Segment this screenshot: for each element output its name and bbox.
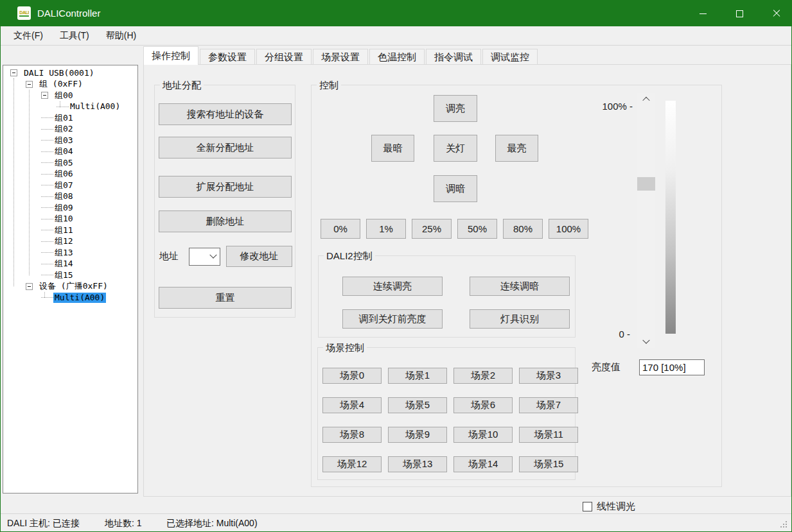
tree-item[interactable]: 组11 (3, 225, 137, 236)
tree-item[interactable]: 组08 (3, 191, 137, 203)
scroll-down-button[interactable] (637, 336, 655, 348)
tree-item[interactable]: 组12 (3, 236, 137, 248)
tree-item[interactable]: 组01 (3, 112, 137, 124)
scene-button-12[interactable]: 场景12 (322, 456, 382, 472)
brighten-button[interactable]: 调亮 (434, 95, 477, 122)
scene-button-grid: 场景0场景1场景2场景3场景4场景5场景6场景7场景8场景9场景10场景11场景… (322, 368, 578, 472)
modify-address-button[interactable]: 修改地址 (226, 246, 292, 267)
percent-button-1[interactable]: 1% (366, 219, 406, 239)
brightest-button[interactable]: 最亮 (495, 135, 538, 162)
tree-item[interactable]: 组05 (3, 157, 137, 169)
tree-item[interactable]: 组 (0xFF) (3, 79, 137, 90)
reset-button[interactable]: 重置 (159, 287, 292, 309)
address-group-title: 地址分配 (160, 80, 204, 90)
tree-item-label: 组10 (53, 214, 75, 224)
scene-button-5[interactable]: 场景5 (388, 397, 447, 413)
luminaire-identify-button[interactable]: 灯具识别 (470, 309, 570, 329)
tree-item[interactable]: 设备 (广播0xFF) (3, 281, 137, 293)
tree-item[interactable]: Multi(A00) (3, 292, 137, 304)
tree-item-label: 组06 (53, 169, 75, 179)
darkest-button[interactable]: 最暗 (371, 135, 414, 162)
tree-item[interactable]: 组13 (3, 247, 137, 259)
tree-connector (41, 151, 53, 152)
linear-dimming-checkbox[interactable] (583, 502, 592, 511)
search-addressed-devices-button[interactable]: 搜索有地址的设备 (159, 103, 292, 125)
tab-command-debug[interactable]: 指令调试 (426, 49, 481, 65)
scene-button-11[interactable]: 场景11 (519, 427, 578, 443)
tree-item[interactable]: DALI USB(0001) (3, 67, 137, 79)
scene-button-10[interactable]: 场景10 (453, 427, 513, 443)
status-item: 地址数: 1 (105, 514, 142, 532)
tree-item[interactable]: Multi(A00) (3, 101, 137, 113)
tree-item[interactable]: 组07 (3, 180, 137, 191)
scene-button-9[interactable]: 场景9 (388, 427, 447, 443)
tab-group-settings[interactable]: 分组设置 (256, 49, 312, 65)
tree-item[interactable]: 组14 (3, 259, 137, 270)
tabstrip: 操作控制参数设置分组设置场景设置色温控制指令调试调试监控 (143, 46, 539, 65)
percent-button-100[interactable]: 100% (549, 219, 588, 239)
tab-color-temp-control[interactable]: 色温控制 (369, 49, 425, 65)
scene-button-2[interactable]: 场景2 (453, 368, 513, 384)
menu-item-help[interactable]: 帮助(H) (98, 26, 145, 45)
tree-expander-icon[interactable] (10, 69, 17, 76)
tree-item-label: 组00 (53, 90, 75, 101)
assign-new-addresses-button[interactable]: 全新分配地址 (159, 137, 292, 159)
tab-debug-monitor[interactable]: 调试监控 (482, 49, 538, 65)
continuous-dim-button[interactable]: 连续调暗 (470, 277, 570, 296)
scene-button-6[interactable]: 场景6 (453, 397, 513, 413)
scene-button-15[interactable]: 场景15 (519, 456, 578, 472)
tab-scene-settings[interactable]: 场景设置 (313, 49, 368, 65)
linear-dimming-row: 线性调光 (583, 500, 635, 513)
tree-item[interactable]: 组09 (3, 202, 137, 214)
tree-item[interactable]: 组02 (3, 124, 137, 135)
tree-item[interactable]: 组03 (3, 135, 137, 146)
tree-item[interactable]: 组10 (3, 214, 137, 225)
chevron-down-icon (642, 337, 649, 344)
scene-button-14[interactable]: 场景14 (453, 456, 513, 472)
brightness-value-input[interactable] (639, 359, 705, 375)
tree-item[interactable]: 组04 (3, 146, 137, 158)
percent-button-50[interactable]: 50% (457, 219, 497, 239)
address-combobox[interactable] (189, 248, 220, 266)
slider-max-label: 100% - (581, 101, 633, 112)
close-button[interactable] (761, 1, 791, 26)
minimize-button[interactable] (688, 1, 718, 26)
maximize-button[interactable] (725, 1, 755, 26)
recall-last-level-button[interactable]: 调到关灯前亮度 (342, 309, 443, 329)
tree-expander-icon[interactable] (26, 81, 33, 88)
address-assignment-group: 地址分配 搜索有地址的设备 全新分配地址 扩展分配地址 删除地址 地址 修改地址… (154, 85, 295, 318)
brightness-scrollbar[interactable] (637, 93, 655, 348)
scrollbar-thumb[interactable] (637, 177, 655, 191)
assign-extended-addresses-button[interactable]: 扩展分配地址 (159, 176, 292, 198)
tree-expander-icon[interactable] (26, 283, 33, 290)
lamp-off-button[interactable]: 关灯 (434, 135, 477, 162)
tree-item-label: 设备 (广播0xFF) (38, 281, 109, 291)
dim-button[interactable]: 调暗 (434, 175, 477, 202)
scene-button-0[interactable]: 场景0 (322, 368, 382, 384)
continuous-brighten-button[interactable]: 连续调亮 (342, 277, 443, 296)
tree-item[interactable]: 组15 (3, 270, 137, 281)
scene-button-7[interactable]: 场景7 (519, 397, 578, 413)
scene-button-13[interactable]: 场景13 (388, 456, 447, 472)
menu-item-file[interactable]: 文件(F) (5, 26, 51, 45)
percent-button-0[interactable]: 0% (321, 219, 360, 239)
percent-button-25[interactable]: 25% (412, 219, 452, 239)
delete-address-button[interactable]: 删除地址 (159, 210, 292, 232)
tab-operation-control[interactable]: 操作控制 (143, 46, 198, 65)
app-window: DALI DALIController 文件(F)工具(T)帮助(H) DALI… (0, 0, 792, 532)
device-tree-panel: DALI USB(0001)组 (0xFF)组00Multi(A00)组01组0… (3, 65, 138, 493)
scroll-up-button[interactable] (637, 93, 655, 106)
menu-item-tools[interactable]: 工具(T) (51, 26, 98, 45)
percent-button-80[interactable]: 80% (503, 219, 543, 239)
scene-button-3[interactable]: 场景3 (519, 368, 578, 384)
tab-parameter-settings[interactable]: 参数设置 (200, 49, 255, 65)
scene-group-title: 场景控制 (323, 342, 367, 353)
scene-button-1[interactable]: 场景1 (388, 368, 447, 384)
percent-button-row: 0%1%25%50%80%100% (321, 219, 588, 239)
tree-expander-icon[interactable] (41, 92, 48, 99)
scene-button-8[interactable]: 场景8 (322, 427, 382, 443)
tree-item[interactable]: 组00 (3, 90, 137, 101)
scene-button-4[interactable]: 场景4 (322, 397, 382, 413)
resize-grip-icon[interactable] (780, 520, 788, 529)
tree-item[interactable]: 组06 (3, 169, 137, 180)
